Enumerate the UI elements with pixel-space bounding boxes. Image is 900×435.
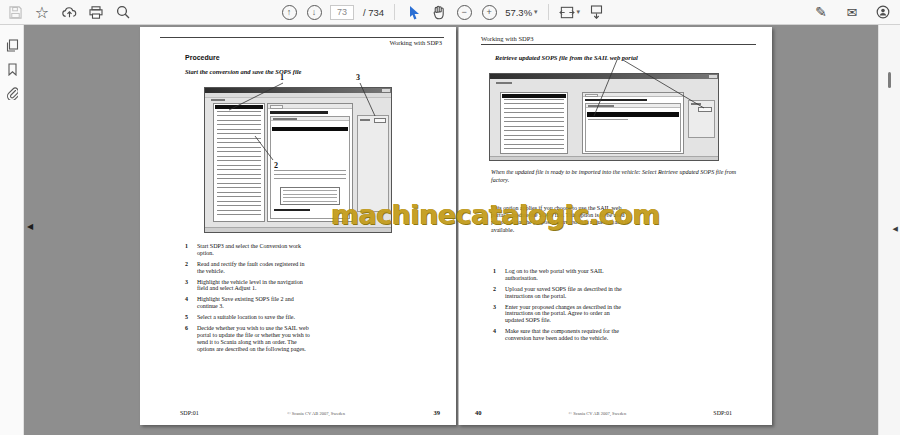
next-page-icon[interactable]: ↓ (305, 3, 323, 21)
list-item: 2Read and rectify the fault codes regist… (185, 261, 310, 275)
attachments-icon[interactable] (0, 81, 24, 105)
list-item: 4Make sure that the components required … (493, 328, 623, 342)
zoom-out-icon[interactable]: − (455, 3, 473, 21)
list-item: 3Highlight the vehicle level in the navi… (185, 279, 310, 293)
footer-copyright: © Scania CV AB 2007, Sweden (569, 411, 627, 416)
footer-doc-id: SDP:01 (180, 410, 199, 416)
toolbar: ☆ ↑ ↓ 73 / 734 − + (0, 0, 900, 25)
toolbar-divider (548, 4, 549, 20)
arrow-up-glyph: ↑ (282, 5, 297, 20)
svg-text:2: 2 (274, 161, 278, 170)
svg-text:3: 3 (356, 73, 360, 82)
fig-callouts (490, 58, 720, 162)
zoom-level-dropdown[interactable]: 57.3% ▾ (505, 3, 537, 21)
account-icon[interactable] (874, 3, 892, 21)
list-item: 1Start SDP3 and select the Conversion wo… (185, 243, 310, 257)
header-rule (160, 37, 444, 38)
sidebar-rail (0, 25, 24, 435)
list-item: 1Log on to the web portal with your SAIL… (493, 268, 623, 282)
scrollbar-thumb[interactable] (888, 72, 891, 88)
sdp3-screenshot-retrieve (489, 73, 719, 161)
list-item: 5Select a suitable location to save the … (185, 314, 310, 321)
running-header: Working with SDP3 (389, 39, 442, 46)
footer-page-number: 40 (475, 409, 482, 416)
caret-down-icon: ▾ (534, 8, 538, 16)
zoom-in-icon[interactable]: + (480, 3, 498, 21)
tools-panel-tab[interactable]: ◀ (893, 225, 898, 233)
arrow-down-glyph: ↓ (307, 5, 322, 20)
page-total-label: / 734 (363, 7, 384, 18)
page-footer: 40 © Scania CV AB 2007, Sweden SDP:01 (475, 409, 732, 416)
list-item: 4Highlight Save existing SOPS file 2 and… (185, 296, 310, 310)
search-icon[interactable] (114, 3, 132, 21)
email-icon[interactable]: ✉ (843, 3, 861, 21)
fill-sign-icon[interactable]: ✎ (812, 3, 830, 21)
toolbar-right-group: ✎ ✉ (812, 0, 892, 24)
vertical-scrollbar[interactable]: ◀ (878, 25, 900, 435)
list-item: 2Upload your saved SOPS file as describe… (493, 286, 623, 300)
pdf-viewer-window: ☆ ↑ ↓ 73 / 734 − + (0, 0, 900, 435)
fit-width-dropdown[interactable]: ▾ (559, 3, 581, 21)
footer-copyright: © Scania CV AB 2007, Sweden (287, 411, 345, 416)
watermark-text: machinecatalogic.com (331, 199, 660, 230)
toolbar-divider (394, 4, 395, 20)
zoom-level-label: 57.3% (505, 7, 532, 18)
document-canvas: ◀ Working with SDP3 Procedure Start the … (24, 25, 878, 435)
page-footer: SDP:01 © Scania CV AB 2007, Sweden 39 (180, 409, 440, 416)
footer-page-number: 39 (434, 409, 441, 416)
select-tool-icon[interactable] (405, 3, 423, 21)
procedure-steps: 1Start SDP3 and select the Conversion wo… (185, 243, 310, 357)
plus-glyph: + (482, 5, 497, 20)
previous-spread-arrow[interactable]: ◀ (27, 222, 33, 231)
page-scrolling-icon[interactable] (587, 3, 605, 21)
footer-doc-id: SDP:01 (713, 410, 732, 416)
toolbar-center-group: ↑ ↓ 73 / 734 − + 57.3% ▾ ▾ (280, 0, 605, 24)
star-icon[interactable]: ☆ (33, 3, 51, 21)
bookmarks-icon[interactable] (0, 57, 24, 81)
section-heading: Procedure (185, 54, 220, 61)
toolbar-left-group: ☆ (6, 0, 132, 24)
running-header: Working with SDP3 (481, 35, 534, 42)
figure-caption: When the updated file is ready to be imp… (491, 169, 753, 184)
minus-glyph: − (457, 5, 472, 20)
page-number-input[interactable]: 73 (330, 5, 354, 20)
list-item: 3Enter your proposed changes as describe… (493, 304, 623, 325)
header-rule (481, 44, 756, 45)
save-icon[interactable] (6, 3, 24, 21)
cloud-upload-icon[interactable] (60, 3, 78, 21)
caret-down-icon: ▾ (577, 8, 581, 16)
svg-text:1: 1 (280, 73, 284, 82)
hand-tool-icon[interactable] (430, 3, 448, 21)
list-item: 6Decide whether you wish to use the SAIL… (185, 325, 310, 353)
previous-page-icon[interactable]: ↑ (280, 3, 298, 21)
procedure-steps: 1Log on to the web portal with your SAIL… (493, 268, 623, 346)
page-thumbnails-icon[interactable] (0, 33, 24, 57)
print-icon[interactable] (87, 3, 105, 21)
